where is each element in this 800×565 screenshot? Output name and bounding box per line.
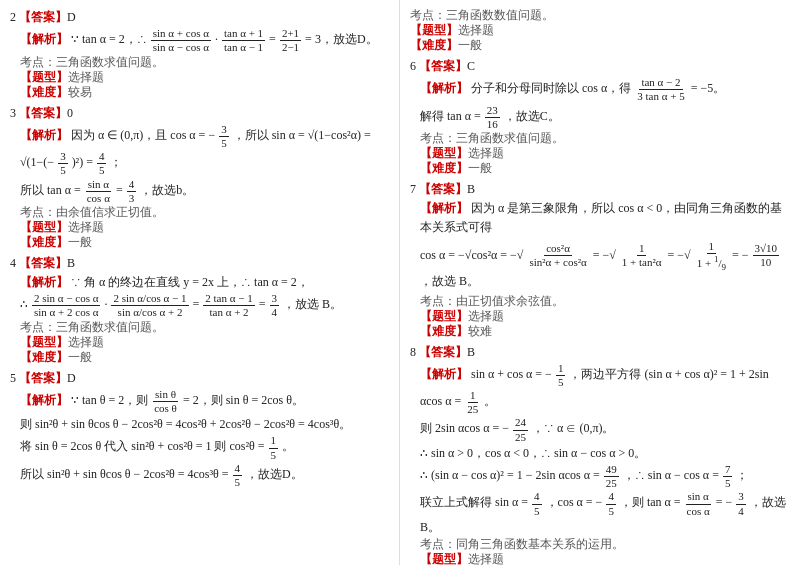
- frac-1over5-right: 15: [556, 362, 566, 389]
- item-3: 3 【答案】0 【解析】 因为 α ∈ (0,π)，且 cos α = − 35…: [10, 104, 389, 250]
- frac-3over4: 34: [270, 292, 280, 319]
- frac-7over5: 75: [723, 463, 733, 490]
- item-8: 8 【答案】B 【解析】 sin α + cos α = − 15 ，两边平方得…: [410, 343, 790, 565]
- frac-sinalpha-over-cosalpha: sin αcos α: [685, 490, 712, 517]
- frac-23over16: 2316: [485, 104, 500, 131]
- fraction3: 2+12−1: [280, 27, 301, 54]
- frac-24over25: 2425: [513, 416, 528, 443]
- frac-sinalpha-4over5: 45: [532, 490, 542, 517]
- frac-2tan-1: 2 tan α − 1tan α + 2: [203, 292, 254, 319]
- item-5: 5 【答案】D 【解析】 ∵ tan θ = 2，则 sin θcos θ = …: [10, 369, 389, 490]
- left-column: 2 【答案】D 【解析】 ∵ tan α = 2，∴ sin α + cos α…: [0, 0, 400, 565]
- item-2: 2 【答案】D 【解析】 ∵ tan α = 2，∴ sin α + cos α…: [10, 8, 389, 100]
- frac-tana-2: tan α − 23 tan α + 5: [635, 76, 686, 103]
- frac-1-1plus19: 11 + 1/9: [695, 240, 728, 273]
- frac-1-1plus-tan: 11 + tan²α: [620, 242, 664, 269]
- frac-cos2-sin2cos2: cos²αsin²α + cos²α: [527, 242, 588, 269]
- page: 2 【答案】D 【解析】 ∵ tan α = 2，∴ sin α + cos α…: [0, 0, 800, 565]
- frac-cosalpha: 35: [219, 123, 229, 150]
- frac-2tanover: 2 sin α/cos α − 1sin α/cos α + 2: [111, 292, 188, 319]
- frac-4over5: 45: [233, 462, 243, 489]
- item-6: 6 【答案】C 【解析】 分子和分母同时除以 cos α，得 tan α − 2…: [410, 57, 790, 176]
- frac-1over5: 15: [269, 434, 279, 461]
- fraction2: tan α + 1tan α − 1: [222, 27, 265, 54]
- frac-sintheta: sin θcos θ: [152, 388, 179, 415]
- item2-num: 2: [10, 10, 19, 24]
- frac-4over5-sin: 45: [97, 150, 107, 177]
- frac-3over4-b: 34: [736, 490, 746, 517]
- item-4: 4 【答案】B 【解析】 ∵ 角 α 的终边在直线 y = 2x 上，∴ tan…: [10, 254, 389, 365]
- frac-3over5: 35: [58, 150, 68, 177]
- item2-explain-label: 【解析】: [20, 33, 68, 47]
- item-7: 7 【答案】B 【解析】 因为 α 是第三象限角，所以 cos α < 0，由同…: [410, 180, 790, 339]
- item3-answer: 【答案】: [19, 106, 67, 120]
- frac-3sqrt10: 3√1010: [753, 242, 780, 269]
- frac-2sincos: 2 sin α − cos αsin α + 2 cos α: [32, 292, 100, 319]
- item2-answer-val: D: [67, 10, 76, 24]
- frac-49over25: 4925: [604, 463, 619, 490]
- item3-num: 3: [10, 106, 19, 120]
- right-column: 考点：三角函数数值问题。 【题型】选择题 【难度】一般 6 【答案】C 【解析】…: [400, 0, 800, 565]
- item2-answer: 【答案】: [19, 10, 67, 24]
- fraction1: sin α + cos αsin α − cos α: [151, 27, 211, 54]
- frac-sinalpha: sin αcos α: [85, 178, 112, 205]
- frac-1over25: 125: [465, 389, 480, 416]
- frac-4over3: 43: [127, 178, 137, 205]
- frac-cosalpha-4over5: 45: [606, 490, 616, 517]
